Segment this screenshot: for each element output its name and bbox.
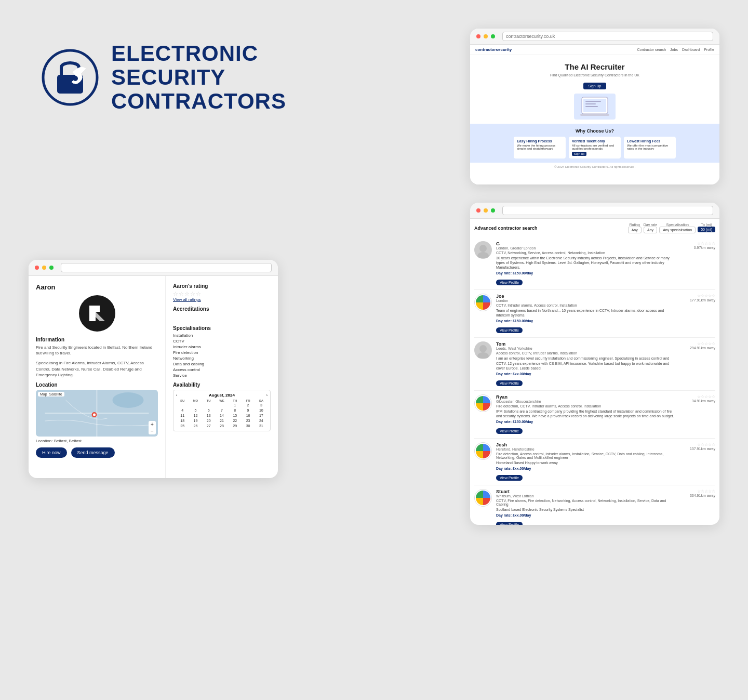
cal-day: 10 xyxy=(255,408,268,413)
cal-label-su: SU xyxy=(176,399,189,402)
view-profile-btn-joe[interactable]: View Profile xyxy=(496,327,523,333)
website-content: contractorsecurity Contractor search Job… xyxy=(470,45,719,184)
location-filter[interactable]: 50 (mi) xyxy=(698,227,715,232)
accreditations-heading: Accreditations xyxy=(173,306,271,312)
contractor-specs-g: CCTV, Networking, Service, Access contro… xyxy=(496,251,675,255)
cal-day: 15 xyxy=(229,413,241,418)
why-card-3-desc: We offer the most competitive rates in t… xyxy=(627,144,673,150)
send-message-button[interactable]: Send message xyxy=(71,447,115,458)
cal-day: 7 xyxy=(216,408,228,413)
cal-next-btn[interactable]: › xyxy=(266,393,268,397)
spec-item: Data and cabling xyxy=(173,362,271,366)
map-zoom-controls[interactable]: +− xyxy=(149,421,156,434)
website-nav-links: Contractor search Jobs Dashboard Profile xyxy=(637,48,714,51)
map-toggle[interactable]: MapSatellite xyxy=(38,392,64,397)
cal-day: 18 xyxy=(176,418,189,423)
cal-day: 2 xyxy=(242,403,254,407)
logo-icon xyxy=(42,49,99,106)
nav-link-3[interactable]: Dashboard xyxy=(682,48,700,51)
contractor-desc-joe: Team of engineers based in North and... … xyxy=(496,308,675,318)
why-card-3: Lowest Hiring Fees We offer the most com… xyxy=(624,137,676,159)
contractor-meta-josh: ☆☆☆☆☆ 137.91km away xyxy=(679,442,715,451)
contractor-info-ryan: Ryan Gloucester, Gloucestershire Fire de… xyxy=(496,394,675,434)
contractor-name-josh: Josh xyxy=(496,442,675,447)
contractor-stars-stuart: ☆☆☆☆☆ xyxy=(679,489,715,494)
search-card: Advanced contractor search Rating Any Da… xyxy=(470,203,719,525)
contractor-avatar-ryan xyxy=(474,394,492,412)
contractor-specs-josh: Fire detection, Access control, Intruder… xyxy=(496,452,675,459)
view-ratings-link[interactable]: View all ratings xyxy=(173,297,271,302)
svg-marker-10 xyxy=(96,312,105,321)
contractor-rate-g: Day rate: £150.00/day xyxy=(496,271,675,275)
specialisation-filter[interactable]: Any specialisation xyxy=(659,227,696,233)
svg-rect-5 xyxy=(585,101,601,102)
cal-day: 16 xyxy=(242,413,254,418)
contractor-name-g: G xyxy=(496,241,675,246)
contractor-name-joe: Joe xyxy=(496,294,675,299)
contractor-location-joe: London xyxy=(496,299,675,302)
cal-day: 28 xyxy=(216,424,228,428)
cal-prev-btn[interactable]: ‹ xyxy=(176,393,177,397)
cal-label-we: WE xyxy=(216,399,228,402)
view-profile-btn-tom[interactable]: View Profile xyxy=(496,380,523,386)
contractor-desc-stuart: Scotland based Electronic Security Syste… xyxy=(496,507,675,512)
information-text-2: Specialising in Fire Alarms, Intruder Al… xyxy=(36,360,158,378)
contractor-specs-tom: Access control, CCTV, Intruder alarms, I… xyxy=(496,351,675,355)
laptop-svg xyxy=(579,96,610,117)
view-profile-btn-josh[interactable]: View Profile xyxy=(496,475,523,481)
contractor-location-stuart: Whitburn, West Lothian xyxy=(496,494,675,498)
website-nav: contractorsecurity Contractor search Job… xyxy=(470,45,719,55)
rating-filter[interactable]: Any xyxy=(628,227,642,233)
contractor-avatar-tom xyxy=(474,341,492,359)
website-hero: The AI Recruiter Find Qualified Electron… xyxy=(470,55,719,124)
nav-link-2[interactable]: Jobs xyxy=(670,48,678,51)
cal-day: 25 xyxy=(176,424,189,428)
view-profile-btn-g[interactable]: View Profile xyxy=(496,280,523,285)
hire-now-button[interactable]: Hire now xyxy=(36,447,67,458)
view-profile-btn-ryan[interactable]: View Profile xyxy=(496,428,523,434)
contractor-info-g: G London, Greater London CCTV, Networkin… xyxy=(496,241,675,286)
why-card-1-desc: We make the hiring process simple and st… xyxy=(517,144,563,150)
why-choose-title: Why Choose Us? xyxy=(475,128,714,134)
contractor-stars-tom: ☆☆☆☆☆ xyxy=(679,341,715,346)
nav-link-4[interactable]: Profile xyxy=(704,48,714,51)
contractor-meta-joe: ☆☆☆☆☆ 177.91km away xyxy=(679,294,715,302)
cal-day: 13 xyxy=(203,413,215,418)
why-card-2-cta[interactable]: Sign up xyxy=(572,152,586,156)
contractor-avatar-josh xyxy=(474,442,492,460)
hero-cta-btn[interactable]: Sign Up xyxy=(583,83,607,89)
spec-item: Fire detection xyxy=(173,350,271,355)
cal-day: 20 xyxy=(203,418,215,423)
svg-rect-4 xyxy=(583,99,606,112)
svg-point-12 xyxy=(113,392,144,408)
profile-name: Aaron xyxy=(36,283,158,291)
cal-day: 8 xyxy=(229,408,241,413)
svg-point-18 xyxy=(477,252,489,258)
contractor-distance-josh: 137.91km away xyxy=(679,447,715,451)
contractor-distance-stuart: 334.91km away xyxy=(679,494,715,497)
rating-filter-label: Rating Any xyxy=(628,223,642,233)
cal-day: 11 xyxy=(176,413,189,418)
map-svg xyxy=(36,390,158,437)
contractor-info-stuart: Stuart Whitburn, West Lothian CCTV, Fire… xyxy=(496,489,675,525)
rate-filter[interactable]: Any xyxy=(644,227,657,233)
contractor-specs-ryan: Fire detection, CCTV, Intruder alarms, A… xyxy=(496,404,675,408)
contractor-name-stuart: Stuart xyxy=(496,489,675,494)
contractor-row-g: G London, Greater London CCTV, Networkin… xyxy=(474,237,715,290)
calendar-month: August, 2024 xyxy=(209,393,235,398)
why-card-3-title: Lowest Hiring Fees xyxy=(627,139,673,143)
information-text-1: Fire and Security Engineers located in B… xyxy=(36,345,158,356)
why-card-2-title: Verified Talent only xyxy=(572,139,618,143)
rating-stars: ☆☆☆☆☆ xyxy=(173,290,271,297)
website-footer: © 2024 Electronic Security Contractors. … xyxy=(470,163,719,171)
contractor-avatar-joe xyxy=(474,294,492,311)
nav-link-1[interactable]: Contractor search xyxy=(637,48,666,51)
why-card-2: Verified Talent only All contractors are… xyxy=(569,137,621,159)
contractor-name-ryan: Ryan xyxy=(496,394,675,400)
search-maximize-dot xyxy=(491,208,495,213)
contractor-stars-ryan: ☆☆☆☆☆ xyxy=(679,394,715,399)
specialisations-list: Installation CCTV Intruder alarms Fire d… xyxy=(173,333,271,378)
svg-rect-7 xyxy=(585,106,598,107)
view-profile-btn-stuart[interactable]: View Profile xyxy=(496,522,523,525)
availability-calendar: ‹ August, 2024 › SU MO TU WE TH FR SA xyxy=(173,390,271,431)
